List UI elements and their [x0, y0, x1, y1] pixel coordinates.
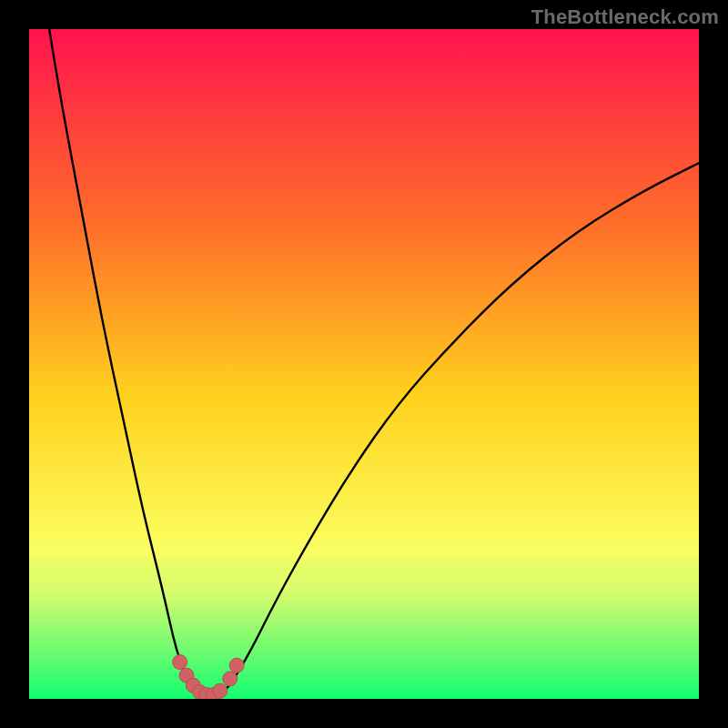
plot-area	[29, 29, 699, 699]
curve-marker	[223, 672, 238, 686]
curve-marker	[229, 658, 244, 672]
curve-marker	[173, 655, 187, 670]
watermark-text: TheBottleneck.com	[531, 5, 719, 29]
bottleneck-chart-svg	[29, 29, 699, 699]
chart-frame: TheBottleneck.com	[0, 0, 728, 728]
green-haze-band	[29, 539, 699, 699]
curve-marker	[213, 683, 228, 698]
